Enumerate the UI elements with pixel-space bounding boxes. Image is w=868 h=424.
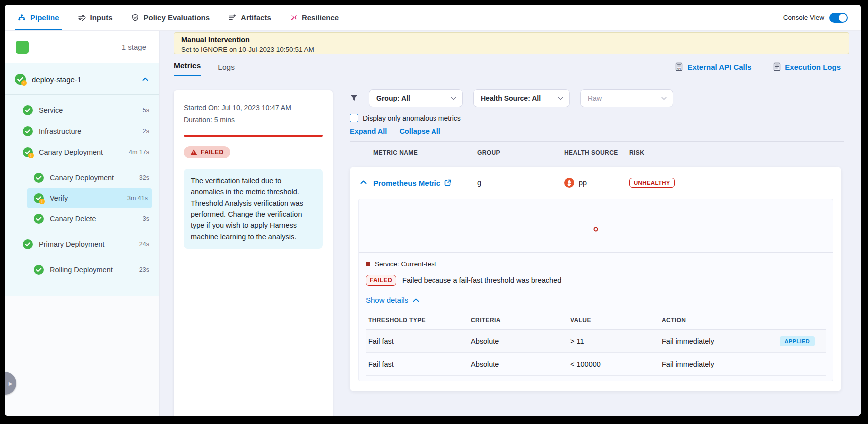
tab-logs[interactable]: Logs: [218, 63, 235, 76]
threshold-type-value: Fail fast: [368, 360, 471, 368]
metric-detail-card: Prometheus Metric g pp UNHEALTHY: [350, 167, 841, 392]
chevron-up-icon: [413, 298, 419, 302]
analysis-failed-message: Failed because a fail-fast threshold was…: [402, 276, 561, 284]
step-primary-deployment[interactable]: Primary Deployment 24s: [5, 234, 159, 255]
stage-name: deploy-stage-1: [32, 76, 81, 84]
tab-resilience[interactable]: Resilience: [290, 5, 339, 30]
step-canary-deployment-group[interactable]: ! Canary Deployment 4m 17s: [5, 142, 159, 163]
expand-collapse-row: Expand All Collapse All: [350, 128, 849, 136]
step-duration: 3s: [143, 216, 149, 222]
chevron-up-icon[interactable]: [142, 78, 148, 82]
anomalous-filter-row: Display only anomalous metrics: [350, 114, 849, 122]
health-source-filter-dropdown[interactable]: Health Source: All: [473, 90, 570, 108]
metric-row-prometheus[interactable]: Prometheus Metric g pp UNHEALTHY: [350, 167, 841, 195]
col-group: GROUP: [477, 150, 564, 156]
step-label: Primary Deployment: [39, 240, 104, 248]
verification-message: The verification failed due to anomalies…: [184, 169, 323, 250]
tab-policy-evaluations[interactable]: Policy Evaluations: [131, 5, 210, 30]
step-verify-selected[interactable]: ! Verify 3m 41s: [27, 188, 152, 208]
artifacts-icon: [228, 14, 236, 22]
collapse-row-chevron-icon[interactable]: [360, 180, 367, 184]
metric-name-link[interactable]: Prometheus Metric: [373, 179, 477, 188]
col-criteria: CRITERIA: [471, 317, 570, 324]
metrics-table-header: METRIC NAME GROUP HEALTH SOURCE RISK: [350, 142, 849, 162]
success-check-icon: [23, 240, 33, 250]
sidebar-collapse-handle[interactable]: ▶: [5, 372, 16, 395]
stage-status-square[interactable]: [16, 41, 29, 54]
stage-row-deploy-stage-1[interactable]: ! deploy-stage-1: [5, 64, 159, 92]
metric-chart[interactable]: [359, 200, 833, 253]
manual-intervention-banner: Manual Intervention Set to IGNORE on 10-…: [174, 32, 849, 54]
group-filter-dropdown[interactable]: Group: All: [369, 90, 463, 108]
tab-metrics[interactable]: Metrics: [174, 62, 201, 76]
execution-sidebar: 1 stage ! deploy-stage-1 Service 5s: [5, 32, 160, 416]
sidebar-header: 1 stage: [5, 32, 159, 64]
col-risk: RISK: [629, 150, 849, 156]
step-canary-deployment[interactable]: Canary Deployment 32s: [5, 168, 159, 188]
applied-badge: APPLIED: [780, 336, 815, 346]
threshold-row[interactable]: Fail fast Absolute < 100000 Fail immedia…: [366, 353, 826, 376]
legend-label: Service: Current-test: [375, 260, 436, 268]
step-service[interactable]: Service 5s: [5, 100, 159, 121]
raw-filter-value: Raw: [588, 94, 602, 102]
tab-inputs-label: Inputs: [90, 14, 113, 22]
step-rolling-deployment[interactable]: Rolling Deployment 23s: [5, 260, 159, 280]
step-infrastructure[interactable]: Infrastructure 2s: [5, 121, 159, 142]
step-duration: 24s: [139, 241, 149, 248]
console-view-toggle[interactable]: [829, 13, 848, 23]
anomalous-data-point[interactable]: [593, 228, 598, 232]
tab-artifacts[interactable]: Artifacts: [228, 5, 271, 30]
legend-swatch: [366, 262, 370, 266]
verification-status-badge: FAILED: [184, 146, 230, 158]
success-warning-icon: !: [23, 148, 33, 158]
chevron-down-icon: [451, 97, 456, 100]
step-label: Canary Delete: [50, 215, 96, 223]
tab-pipeline[interactable]: Pipeline: [18, 5, 59, 30]
prometheus-icon: [564, 178, 574, 188]
tab-inputs[interactable]: Inputs: [78, 5, 113, 30]
raw-filter-dropdown[interactable]: Raw: [580, 90, 673, 108]
console-view-label: Console View: [783, 14, 824, 22]
col-metric-name: METRIC NAME: [373, 150, 477, 156]
metrics-right-column: Group: All Health Source: All Raw Displa…: [350, 90, 849, 410]
verification-summary-card: Started On: Jul 10, 2023 10:47 AM Durati…: [174, 90, 333, 416]
step-duration: 5s: [143, 107, 149, 114]
col-threshold-type: THRESHOLD TYPE: [368, 317, 471, 324]
step-label: Canary Deployment: [39, 148, 103, 156]
show-details-link[interactable]: Show details: [359, 286, 833, 306]
banner-subtitle: Set to IGNORE on 10-Jul-2023 10:50:51 AM: [181, 46, 842, 54]
show-details-label: Show details: [366, 296, 408, 304]
col-health-source: HEALTH SOURCE: [564, 150, 629, 156]
tab-policy-evaluations-label: Policy Evaluations: [144, 14, 210, 22]
success-check-icon: [34, 265, 44, 275]
success-check-icon: [23, 106, 33, 116]
step-label: Service: [39, 106, 63, 114]
chart-legend: Service: Current-test: [359, 253, 833, 268]
success-warning-icon: !: [34, 194, 44, 204]
expand-all-link[interactable]: Expand All: [350, 128, 387, 136]
filter-funnel-icon: [350, 94, 358, 102]
screenshot-frame: Pipeline Inputs Policy Evaluations Artif…: [0, 0, 868, 424]
col-action: ACTION: [662, 317, 826, 324]
external-api-calls-link[interactable]: API External API Calls: [675, 62, 751, 72]
execution-logs-link[interactable]: Execution Logs: [773, 62, 841, 72]
banner-title: Manual Intervention: [181, 36, 842, 46]
top-nav: Pipeline Inputs Policy Evaluations Artif…: [5, 5, 861, 31]
resilience-icon: [290, 14, 297, 22]
group-filter-value: Group: All: [376, 94, 410, 102]
health-source-cell: pp: [564, 178, 629, 188]
step-duration: 32s: [139, 174, 149, 182]
step-canary-delete[interactable]: Canary Delete 3s: [5, 208, 159, 230]
collapse-all-link[interactable]: Collapse All: [399, 128, 440, 136]
threshold-type-value: Fail fast: [368, 338, 471, 346]
filter-row: Group: All Health Source: All Raw: [350, 90, 849, 108]
execution-logs-label: Execution Logs: [785, 63, 841, 72]
warning-badge-icon: !: [39, 199, 45, 204]
metric-name-label: Prometheus Metric: [373, 179, 440, 188]
metrics-content: Started On: Jul 10, 2023 10:47 AM Durati…: [174, 90, 849, 416]
warning-badge-icon: !: [28, 153, 34, 158]
anomalous-metrics-checkbox[interactable]: [350, 114, 358, 122]
document-icon: [773, 62, 781, 72]
stage-steps-region: ! deploy-stage-1 Service 5s Infrastructu…: [5, 64, 159, 296]
threshold-row[interactable]: Fail fast Absolute > 11 Fail immediately…: [366, 330, 826, 353]
